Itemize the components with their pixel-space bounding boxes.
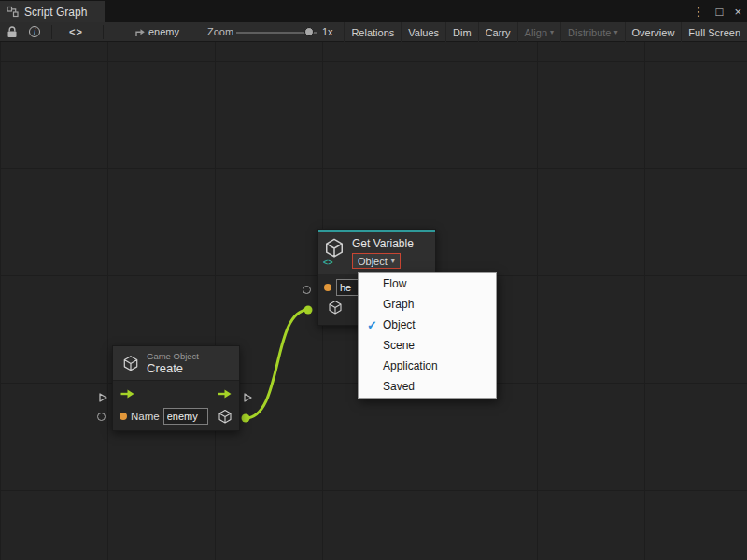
connection-wire[interactable]	[246, 310, 308, 418]
relations-button[interactable]: Relations	[345, 22, 401, 42]
toolbar: i <> enemy Zoom 1x Relations Values Dim	[0, 22, 747, 42]
window-menu-button[interactable]: ⋮	[693, 5, 705, 19]
node-title: Get Variable	[352, 237, 414, 250]
node-title: Create	[147, 361, 199, 375]
title-bar: Script Graph ⋮ □ ×	[0, 0, 747, 22]
node-header: Game Object Create	[113, 346, 239, 380]
button-label: Carry	[486, 27, 511, 38]
script-graph-window: Script Graph ⋮ □ × i <> enemy Zoom 1x R	[0, 0, 747, 560]
graph-name-breadcrumb[interactable]: enemy	[148, 26, 179, 37]
dropdown-item-label: Scene	[383, 339, 415, 352]
button-label: Values	[408, 27, 439, 38]
dropdown-item-label: Saved	[383, 380, 415, 393]
distribute-button[interactable]: Distribute ▾	[561, 22, 624, 42]
dropdown-item-object[interactable]: ✓ Object	[359, 315, 496, 335]
dropdown-item-label: Object	[383, 318, 416, 331]
node-header: <> Get Variable Object ▾	[318, 232, 435, 274]
tab-title: Script Graph	[24, 6, 87, 19]
create-name-in-port[interactable]	[97, 413, 106, 421]
button-label: Align	[525, 27, 547, 38]
align-button[interactable]: Align ▾	[518, 22, 560, 42]
overview-button[interactable]: Overview	[626, 22, 682, 42]
toolbar-separator	[51, 25, 52, 39]
maximize-button[interactable]: □	[716, 5, 724, 19]
dropdown-item-saved[interactable]: Saved	[359, 376, 496, 397]
code-icon[interactable]: <>	[69, 26, 83, 37]
flow-out-arrow-icon[interactable]	[217, 388, 233, 399]
dropdown-item-flow[interactable]: Flow	[359, 273, 496, 294]
create-flow-out-port[interactable]	[242, 392, 253, 403]
node-type-label: Game Object	[147, 351, 199, 361]
value-port-dot[interactable]	[324, 284, 331, 291]
node-game-object-create[interactable]: Game Object Create Name	[112, 345, 240, 431]
button-label: Dim	[453, 27, 472, 38]
get-variable-target-port[interactable]	[304, 306, 313, 315]
chevron-down-icon: ▾	[391, 257, 395, 265]
dropdown-item-application[interactable]: Application	[359, 356, 496, 376]
toolbar-buttons: Relations Values Dim Carry Align ▾ Distr…	[344, 22, 747, 42]
chevron-down-icon: ▾	[550, 28, 554, 36]
scope-dropdown-button[interactable]: Object ▾	[352, 253, 401, 269]
dropdown-item-label: Application	[383, 359, 438, 372]
fullscreen-button[interactable]: Full Screen	[682, 22, 747, 42]
scope-dropdown-menu: Flow Graph ✓ Object Scene Application Sa…	[358, 272, 497, 399]
button-label: Full Screen	[688, 27, 740, 38]
dropdown-item-label: Graph	[383, 298, 414, 311]
close-button[interactable]: ×	[734, 5, 741, 19]
scope-label: Object	[358, 256, 388, 267]
button-label: Relations	[351, 27, 394, 38]
button-label: Distribute	[568, 27, 611, 38]
game-object-cube-icon	[122, 355, 139, 372]
node-body: Name	[113, 380, 239, 430]
dim-button[interactable]: Dim	[446, 22, 478, 42]
create-flow-in-port[interactable]	[97, 392, 108, 403]
code-badge-icon: <>	[323, 258, 333, 267]
graph-breadcrumb-icon	[134, 27, 146, 38]
zoom-value: 1x	[322, 26, 333, 37]
check-icon: ✓	[359, 318, 383, 332]
zoom-label: Zoom	[207, 26, 233, 37]
window-controls: ⋮ □ ×	[693, 0, 741, 22]
tab-script-graph[interactable]: Script Graph	[0, 1, 105, 22]
dropdown-item-label: Flow	[383, 277, 406, 290]
chevron-down-icon: ▾	[614, 28, 618, 36]
script-graph-icon	[7, 6, 19, 18]
button-label: Overview	[632, 27, 675, 38]
graph-canvas[interactable]: <> Get Variable Object ▾	[0, 42, 747, 560]
toolbar-separator	[103, 25, 104, 39]
zoom-slider-handle[interactable]	[304, 27, 314, 36]
info-icon[interactable]: i	[29, 26, 40, 37]
variable-cube-icon: <>	[324, 237, 346, 265]
carry-button[interactable]: Carry	[479, 22, 517, 42]
dropdown-item-scene[interactable]: Scene	[359, 335, 496, 356]
get-variable-name-in-port[interactable]	[303, 286, 311, 294]
game-object-port-icon[interactable]	[328, 300, 343, 315]
name-label: Name	[131, 411, 160, 422]
game-object-output-icon[interactable]	[218, 409, 233, 425]
dropdown-item-graph[interactable]: Graph	[359, 294, 496, 315]
lock-icon[interactable]	[7, 26, 18, 38]
values-button[interactable]: Values	[402, 22, 445, 42]
name-input[interactable]	[163, 408, 208, 425]
create-output-port[interactable]	[242, 414, 250, 423]
value-port-dot[interactable]	[120, 413, 127, 420]
flow-in-arrow-icon[interactable]	[120, 388, 135, 399]
